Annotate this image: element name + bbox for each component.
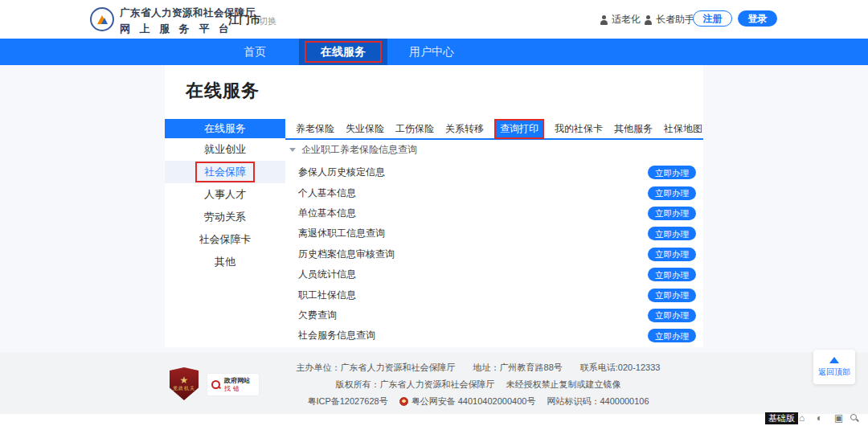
service-label: 欠费查询	[298, 309, 337, 322]
apply-now-button[interactable]: 立即办理	[648, 186, 696, 200]
service-row: 人员统计信息 立即办理	[285, 264, 703, 285]
service-row: 历史档案信息审核查询 立即办理	[285, 244, 703, 264]
service-label: 离退休职工信息查询	[298, 227, 385, 240]
tab-pension-insurance[interactable]: 养老保险	[296, 120, 334, 138]
service-label: 单位基本信息	[298, 207, 356, 220]
sidebar-item-social-security-card[interactable]: 社会保障卡	[165, 228, 285, 251]
login-button[interactable]: 登录	[738, 10, 777, 27]
footer-police-record[interactable]: 粤公网安备 44010402000400号	[411, 393, 536, 410]
bottom-strip	[0, 414, 868, 426]
footer-copyright-notice: 未经授权禁止复制或建立镜像	[506, 376, 621, 393]
apply-now-button[interactable]: 立即办理	[648, 329, 696, 342]
sidebar-item-employment[interactable]: 就业创业	[165, 138, 285, 161]
sidebar-item-labor-relations[interactable]: 劳动关系	[165, 206, 285, 228]
site-logo-icon	[90, 7, 114, 31]
shield-badge-label: 党政机关	[173, 385, 195, 392]
service-row: 参保人历史核定信息 立即办理	[285, 162, 703, 182]
service-group-header: 企业职工养老保险信息查询	[285, 141, 703, 158]
sidebar: 在线服务 就业创业 社会保障 人事人才 劳动关系 社会保障卡 其他	[165, 119, 285, 273]
register-button[interactable]: 注册	[693, 10, 732, 27]
tab-other-services[interactable]: 其他服务	[614, 120, 653, 138]
service-tabs: 养老保险 失业保险 工伤保险 关系转移 查询打印 我的社保卡 其他服务 社保地图	[285, 120, 703, 140]
sidebar-item-other[interactable]: 其他	[165, 251, 285, 273]
govfind-label-1: 政府网站	[224, 377, 250, 384]
service-list: 企业职工养老保险信息查询 参保人历史核定信息 立即办理 个人基本信息 立即办理 …	[285, 141, 703, 346]
page: 广东省人力资源和社会保障厅 网 上 服 务 平 台 江门市 切换 适老化 长者助…	[0, 0, 868, 426]
up-arrow-icon	[829, 357, 839, 363]
annotation-box-sidebar: 社会保障	[195, 162, 255, 182]
sidebar-item-personnel[interactable]: 人事人才	[165, 183, 285, 206]
footer-address: 地址：广州教育路88号	[473, 359, 563, 376]
elder-mode-icon	[600, 15, 608, 25]
apply-now-button[interactable]: 立即办理	[648, 207, 696, 220]
tab-query-print[interactable]: 查询打印	[495, 120, 543, 138]
tab-work-injury-insurance[interactable]: 工伤保险	[395, 120, 434, 138]
current-city: 江门市	[228, 13, 261, 27]
sidebar-item-label: 其他	[207, 253, 243, 271]
contrast-icon[interactable]: ◐	[817, 412, 822, 424]
service-group-title: 企业职工养老保险信息查询	[301, 143, 417, 157]
nav-item-online-services[interactable]: 在线服务	[299, 39, 387, 65]
apply-now-button[interactable]: 立即办理	[648, 289, 696, 302]
sidebar-header: 在线服务	[165, 119, 285, 138]
sidebar-item-social-security[interactable]: 社会保障	[165, 161, 285, 183]
service-label: 社会服务信息查询	[298, 329, 375, 342]
service-row: 社会服务信息查询 立即办理	[285, 326, 703, 346]
service-label: 参保人历史核定信息	[298, 166, 385, 179]
nav-item-home[interactable]: 首页	[211, 39, 299, 65]
service-row: 个人基本信息 立即办理	[285, 182, 703, 203]
sidebar-item-label: 劳动关系	[197, 208, 253, 226]
logo-figure-icon	[97, 14, 108, 25]
magnifier-icon	[211, 380, 221, 390]
footer-host: 主办单位：广东省人力资源和社会保障厅	[297, 359, 456, 376]
sidebar-item-label: 社会保障卡	[192, 231, 259, 248]
tab-social-security-map[interactable]: 社保地图	[664, 120, 702, 138]
elder-mode-link[interactable]: 适老化	[600, 13, 641, 27]
apply-now-button[interactable]: 立即办理	[648, 248, 696, 261]
elder-mode-label: 适老化	[612, 13, 641, 27]
service-row: 单位基本信息 立即办理	[285, 203, 703, 223]
apply-now-button[interactable]: 立即办理	[648, 268, 696, 281]
footer-copyright: 版权所有：广东省人力资源和社会保障厅	[336, 376, 495, 393]
service-label: 个人基本信息	[298, 186, 356, 200]
back-to-top-button[interactable]: 返回顶部	[813, 350, 855, 384]
site-header: 广东省人力资源和社会保障厅 网 上 服 务 平 台 江门市 切换 适老化 长者助…	[0, 0, 868, 39]
back-to-top-label: 返回顶部	[818, 367, 850, 378]
footer-line-1: 主办单位：广东省人力资源和社会保障厅 地址：广州教育路88号 联系电话:020-…	[273, 359, 683, 376]
nav-item-user-center[interactable]: 用户中心	[387, 39, 476, 65]
tab-unemployment-insurance[interactable]: 失业保险	[346, 120, 384, 138]
service-label: 职工社保信息	[298, 289, 356, 302]
apply-now-button[interactable]: 立即办理	[648, 227, 696, 240]
elder-helper-label: 长者助手	[656, 13, 694, 27]
service-row: 职工社保信息 立即办理	[285, 285, 703, 305]
elder-helper-link[interactable]: 长者助手	[644, 13, 694, 27]
police-badge-icon	[399, 397, 408, 406]
service-row: 离退休职工信息查询 立即办理	[285, 223, 703, 244]
collapse-caret-icon[interactable]	[289, 148, 296, 152]
sidebar-item-label: 就业创业	[197, 141, 253, 158]
footer-phone: 联系电话:020-12333	[580, 359, 661, 376]
zoom-search-icon[interactable]	[850, 414, 859, 423]
service-row: 欠费查询 立即办理	[285, 305, 703, 326]
window-icon[interactable]: ▣	[834, 412, 843, 424]
footer-site-code: 网站标识码：4400000106	[547, 393, 649, 410]
sidebar-item-label: 人事人才	[197, 186, 253, 203]
govfind-label-2: 找错	[224, 385, 250, 392]
page-title: 在线服务	[186, 79, 260, 103]
gov-site-error-report-badge[interactable]: 政府网站 找错	[207, 373, 260, 396]
footer-line-3: 粤ICP备12027628号 粤公网安备 44010402000400号 网站标…	[273, 393, 683, 410]
apply-now-button[interactable]: 立即办理	[648, 309, 696, 322]
switch-city-link[interactable]: 切换	[259, 15, 276, 27]
version-badge: 基础版	[765, 412, 798, 424]
apply-now-button[interactable]: 立即办理	[648, 166, 696, 179]
tab-relationship-transfer[interactable]: 关系转移	[445, 120, 484, 138]
nav-item-online-services-label: 在线服务	[321, 45, 366, 58]
shield-star-icon: ★	[180, 376, 189, 384]
tab-query-print-label: 查询打印	[500, 123, 538, 134]
home-icon[interactable]: ⌂	[799, 412, 805, 424]
service-label: 人员统计信息	[298, 268, 356, 281]
footer-info: 主办单位：广东省人力资源和社会保障厅 地址：广州教育路88号 联系电话:020-…	[273, 359, 683, 410]
elder-helper-icon	[644, 15, 653, 25]
tab-my-social-security-card[interactable]: 我的社保卡	[555, 120, 603, 138]
footer-icp[interactable]: 粤ICP备12027628号	[307, 393, 387, 410]
